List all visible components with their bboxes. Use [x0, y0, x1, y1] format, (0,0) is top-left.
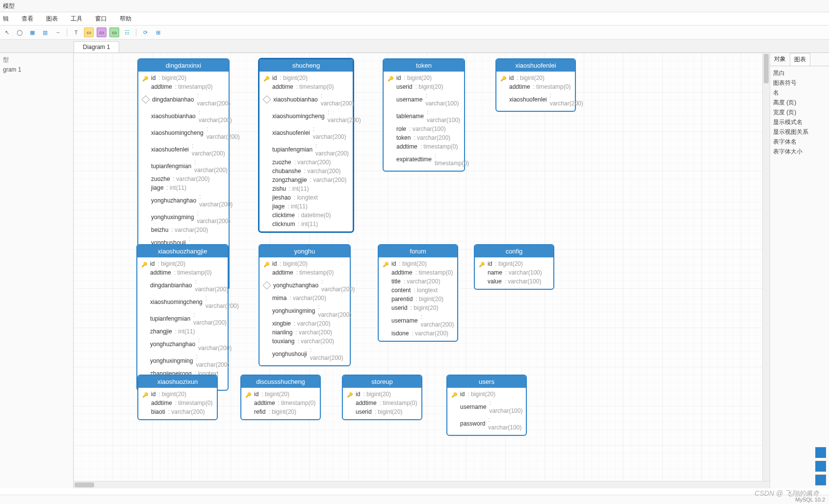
column-row[interactable]: zhangjie: int(11)	[141, 327, 224, 336]
column-row[interactable]: jieshao: longtext	[263, 193, 349, 202]
entity-config[interactable]: configid: bigint(20)name: varchar(100)va…	[474, 244, 554, 290]
entity-token[interactable]: tokenid: bigint(20)userid: bigint(20)use…	[383, 58, 465, 172]
column-row[interactable]: jiage: int(11)	[263, 202, 349, 211]
column-row[interactable]: id: bigint(20)	[479, 259, 549, 268]
column-row[interactable]: name: varchar(100)	[479, 268, 549, 277]
column-row[interactable]: yonghuzhanghao: varchar(200)	[141, 336, 224, 353]
column-row[interactable]: xiaoshuobianhao: varchar(200)	[142, 108, 225, 125]
entity-shucheng[interactable]: shuchengid: bigint(20)addtime: timestamp…	[259, 58, 354, 232]
entity-xiaoshuozixun[interactable]: xiaoshuozixunid: bigint(20)addtime: time…	[137, 375, 218, 420]
menu-chart[interactable]: 图表	[46, 15, 58, 23]
column-row[interactable]: xiaoshuofenlei: varchar(200)	[500, 91, 571, 108]
entity-header[interactable]: config	[475, 245, 553, 257]
column-row[interactable]: addtime: timestamp(0)	[383, 268, 453, 277]
column-row[interactable]: yonghushouji: varchar(200)	[263, 346, 346, 362]
column-row[interactable]: beizhu: varchar(200)	[142, 226, 225, 234]
column-row[interactable]: xiaoshuomingcheng: varchar(200)	[142, 125, 225, 141]
entity-header[interactable]: discussshucheng	[241, 376, 320, 388]
column-row[interactable]: biaoti: varchar(200)	[142, 407, 213, 416]
pointer-icon[interactable]: ↖	[2, 27, 12, 37]
column-row[interactable]: id: bigint(20)	[451, 390, 522, 399]
column-row[interactable]: username: varchar(200)	[383, 312, 453, 329]
column-row[interactable]: xiaoshuomingcheng: varchar(200)	[263, 108, 349, 125]
entity-xiaoshuofenlei[interactable]: xiaoshuofenleiid: bigint(20)addtime: tim…	[495, 58, 576, 112]
column-row[interactable]: tablename: varchar(100)	[388, 108, 460, 125]
opt-height[interactable]: 高度 (页)	[773, 98, 826, 107]
menu-help[interactable]: 帮助	[120, 15, 131, 23]
column-row[interactable]: xiaoshuobianhao: varchar(200)	[263, 91, 349, 108]
column-row[interactable]: yonghuzhanghao: varchar(200)	[142, 192, 225, 209]
entity-yonghu[interactable]: yonghuid: bigint(20)addtime: timestamp(0…	[259, 244, 351, 366]
column-row[interactable]: xiaoshuofenlei: varchar(200)	[263, 125, 349, 141]
entity-header[interactable]: yonghu	[259, 245, 350, 257]
menu-window[interactable]: 窗口	[95, 15, 107, 23]
column-row[interactable]: xiaoshuofenlei: varchar(200)	[142, 141, 225, 158]
column-row[interactable]: tupianfengmian: varchar(200)	[141, 310, 224, 327]
column-row[interactable]: userid: bigint(20)	[383, 303, 453, 312]
note-icon[interactable]: ▭	[84, 27, 94, 37]
entity-header[interactable]: xiaoshuofenlei	[496, 59, 575, 72]
column-row[interactable]: addtime: timestamp(0)	[347, 399, 417, 407]
object-icon[interactable]: ▭	[109, 27, 119, 37]
column-row[interactable]: role: varchar(100)	[388, 125, 460, 133]
arrow-icon[interactable]: →	[53, 27, 63, 37]
column-row[interactable]: refid: bigint(20)	[245, 407, 316, 416]
column-row[interactable]: jiage: int(11)	[142, 183, 225, 192]
entity-header[interactable]: users	[447, 376, 526, 388]
opt-name[interactable]: 名	[773, 88, 826, 98]
table-icon[interactable]: ▦	[27, 27, 37, 37]
entity-header[interactable]: xiaoshuozixun	[138, 376, 217, 388]
column-row[interactable]: id: bigint(20)	[383, 259, 453, 268]
column-row[interactable]: id: bigint(20)	[388, 74, 460, 82]
entity-header[interactable]: token	[384, 59, 464, 72]
column-row[interactable]: addtime: timestamp(0)	[245, 399, 316, 407]
entity-header[interactable]: forum	[379, 245, 457, 257]
column-row[interactable]: isdone: varchar(200)	[383, 329, 453, 338]
column-row[interactable]: userid: bigint(20)	[388, 82, 460, 91]
left-tree-item[interactable]: gram 1	[3, 66, 70, 73]
swatch-2[interactable]	[815, 461, 826, 472]
column-row[interactable]: zongzhangjie: varchar(200)	[263, 176, 349, 184]
column-row[interactable]: title: varchar(200)	[383, 277, 453, 286]
column-row[interactable]: yonghuxingming: varchar(200)	[263, 302, 346, 319]
opt-width[interactable]: 宽度 (页)	[773, 107, 826, 117]
hand-icon[interactable]: ◯	[15, 27, 25, 37]
layer-icon[interactable]: ☷	[122, 27, 132, 37]
column-row[interactable]: zuozhe: varchar(200)	[263, 158, 349, 167]
entity-header[interactable]: shucheng	[259, 59, 353, 72]
right-tab-chart[interactable]: 图表	[790, 53, 810, 66]
column-row[interactable]: chubanshe: varchar(200)	[263, 167, 349, 176]
image-icon[interactable]: ▭	[97, 27, 106, 37]
column-row[interactable]: id: bigint(20)	[141, 259, 224, 268]
refresh-icon[interactable]: ⟳	[140, 27, 150, 37]
model-icon[interactable]: ⊞	[153, 27, 163, 37]
column-row[interactable]: addtime: timestamp(0)	[142, 82, 225, 91]
column-row[interactable]: tupianfengmian: varchar(200)	[263, 141, 349, 158]
column-row[interactable]: addtime: timestamp(0)	[388, 142, 460, 151]
swatch-3[interactable]	[815, 475, 826, 485]
entity-header[interactable]: dingdanxinxi	[138, 59, 229, 72]
column-row[interactable]: expiratedtime: timestamp(0)	[388, 151, 460, 168]
column-row[interactable]: id: bigint(20)	[142, 390, 213, 399]
column-row[interactable]: username: varchar(100)	[451, 399, 522, 415]
column-row[interactable]: id: bigint(20)	[347, 390, 417, 399]
opt-symbol[interactable]: 图表符号	[773, 78, 826, 88]
column-row[interactable]: addtime: timestamp(0)	[263, 268, 346, 277]
column-row[interactable]: id: bigint(20)	[245, 390, 316, 399]
column-row[interactable]: xiaoshuomingcheng: varchar(200)	[141, 294, 224, 310]
opt-fontname[interactable]: 表字体名	[773, 137, 826, 147]
column-row[interactable]: value: varchar(100)	[479, 277, 549, 286]
menu-tools[interactable]: 工具	[71, 15, 82, 23]
vertical-scrollbar[interactable]	[762, 53, 770, 481]
horizontal-scrollbar[interactable]	[74, 481, 770, 488]
column-row[interactable]: addtime: timestamp(0)	[263, 82, 349, 91]
opt-schema[interactable]: 显示模式名	[773, 117, 826, 127]
column-row[interactable]: yonghuxingming: varchar(200)	[142, 209, 225, 226]
diagram-canvas[interactable]: dingdanxinxiid: bigint(20)addtime: times…	[74, 53, 770, 488]
column-row[interactable]: addtime: timestamp(0)	[142, 399, 213, 407]
column-row[interactable]: token: varchar(200)	[388, 133, 460, 142]
column-row[interactable]: nianling: varchar(200)	[263, 328, 346, 337]
column-row[interactable]: zuozhe: varchar(200)	[142, 175, 225, 183]
tab-diagram-1[interactable]: Diagram 1	[74, 41, 119, 52]
entity-users[interactable]: usersid: bigint(20)username: varchar(100…	[446, 375, 527, 436]
